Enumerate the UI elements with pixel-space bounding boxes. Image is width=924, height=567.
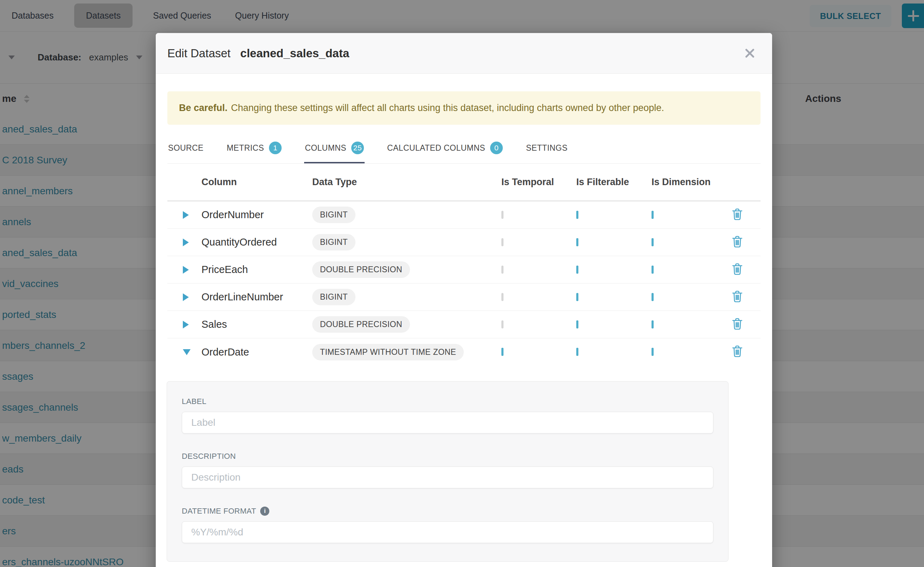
data-type-pill: BIGINT (312, 234, 355, 250)
modal-body: Be careful. Changing these settings will… (156, 92, 772, 562)
tab-label: SETTINGS (526, 143, 567, 153)
expand-caret-icon[interactable] (183, 266, 189, 274)
columns-table-rows: OrderNumber BIGINT QuantityOrdered BIGIN… (167, 201, 760, 366)
column-row: QuantityOrdered BIGINT (167, 229, 760, 256)
trash-icon (731, 344, 743, 358)
column-name: PriceEach (202, 264, 312, 275)
expand-caret-icon[interactable] (183, 349, 191, 355)
modal-header: Edit Dataset cleaned_sales_data (156, 33, 772, 74)
is-temporal-checkbox[interactable] (501, 211, 504, 219)
label-field-label: LABEL (182, 397, 713, 406)
is-temporal-checkbox[interactable] (501, 238, 504, 246)
is-dimension-checkbox[interactable] (652, 211, 654, 219)
is-dimension-checkbox[interactable] (652, 320, 654, 328)
delete-column-button[interactable] (731, 344, 743, 358)
column-row: Sales DOUBLE PRECISION (167, 311, 760, 338)
is-temporal-checkbox[interactable] (501, 320, 504, 328)
data-type-pill: TIMESTAMP WITHOUT TIME ZONE (312, 344, 464, 360)
delete-column-button[interactable] (731, 262, 743, 276)
edit-dataset-modal: Edit Dataset cleaned_sales_data Be caref… (156, 33, 772, 567)
is-filterable-checkbox[interactable] (576, 293, 578, 301)
column-name: QuantityOrdered (202, 236, 312, 248)
trash-icon (731, 290, 743, 303)
trash-icon (731, 262, 743, 276)
delete-column-button[interactable] (731, 317, 743, 331)
is-dimension-checkbox[interactable] (652, 293, 654, 301)
modal-title-prefix: Edit Dataset (167, 47, 231, 60)
columns-table-header: Column Data Type Is Temporal Is Filterab… (167, 164, 760, 201)
data-type-pill: DOUBLE PRECISION (312, 261, 410, 278)
is-filterable-checkbox[interactable] (576, 348, 578, 356)
data-type-pill: BIGINT (312, 207, 355, 223)
trash-icon (731, 317, 743, 331)
data-type-pill: DOUBLE PRECISION (312, 316, 410, 333)
warning-banner: Be careful. Changing these settings will… (167, 92, 760, 125)
label-input[interactable] (182, 412, 713, 434)
label-field: LABEL (182, 397, 713, 434)
column-row: OrderNumber BIGINT (167, 201, 760, 229)
tab-settings[interactable]: SETTINGS (525, 136, 568, 164)
column-name: OrderDate (202, 346, 312, 358)
metrics-count-badge: 1 (269, 142, 281, 154)
description-field: DESCRIPTION (182, 452, 713, 488)
warning-text: Changing these settings will affect all … (231, 103, 664, 114)
expand-caret-icon[interactable] (183, 238, 189, 246)
column-row: PriceEach DOUBLE PRECISION (167, 256, 760, 284)
data-type-pill: BIGINT (312, 289, 355, 305)
description-field-label-text: DESCRIPTION (182, 452, 236, 461)
column-name: OrderNumber (202, 209, 312, 220)
is-temporal-header: Is Temporal (501, 177, 576, 188)
tab-label: CALCULATED COLUMNS (387, 143, 485, 153)
modal-title: Edit Dataset cleaned_sales_data (167, 47, 349, 60)
tab-label: METRICS (227, 143, 264, 153)
tab-metrics[interactable]: METRICS 1 (226, 136, 282, 164)
screen: Databases Datasets Saved Queries Query H… (0, 0, 924, 567)
description-field-label: DESCRIPTION (182, 452, 713, 461)
calculated-columns-count-badge: 0 (490, 142, 503, 154)
is-filterable-checkbox[interactable] (576, 266, 578, 274)
tab-source[interactable]: SOURCE (167, 136, 204, 164)
column-detail-panel: LABEL DESCRIPTION DATETIME FORMAT (167, 381, 728, 562)
is-temporal-checkbox[interactable] (501, 293, 504, 301)
datetime-format-field: DATETIME FORMAT (182, 507, 713, 543)
is-filterable-checkbox[interactable] (576, 211, 578, 219)
info-icon[interactable] (260, 507, 269, 516)
description-input[interactable] (182, 466, 713, 488)
tab-label: SOURCE (168, 143, 203, 153)
column-name: OrderLineNumber (202, 291, 312, 303)
is-dimension-checkbox[interactable] (652, 348, 654, 356)
expand-caret-icon[interactable] (183, 211, 189, 219)
is-dimension-checkbox[interactable] (652, 266, 654, 274)
tab-columns[interactable]: COLUMNS 25 (304, 136, 364, 164)
delete-column-button[interactable] (731, 235, 743, 249)
column-header: Column (202, 177, 312, 188)
close-button[interactable] (742, 45, 758, 62)
expand-caret-icon[interactable] (183, 321, 189, 328)
warning-emphasis: Be careful. (179, 103, 227, 114)
expand-caret-icon[interactable] (183, 293, 189, 301)
columns-count-badge: 25 (351, 142, 364, 154)
modal-tabs: SOURCE METRICS 1 COLUMNS 25 CALCULATED C… (167, 132, 760, 164)
column-name: Sales (202, 319, 312, 330)
datetime-format-input[interactable] (182, 521, 713, 543)
tab-calculated-columns[interactable]: CALCULATED COLUMNS 0 (387, 136, 504, 164)
is-filterable-header: Is Filterable (576, 177, 652, 188)
datetime-format-label-text: DATETIME FORMAT (182, 507, 256, 516)
datetime-format-field-label: DATETIME FORMAT (182, 507, 713, 516)
is-temporal-checkbox[interactable] (501, 348, 504, 356)
column-row: OrderLineNumber BIGINT (167, 284, 760, 311)
column-row: OrderDate TIMESTAMP WITHOUT TIME ZONE (167, 338, 760, 366)
delete-column-button[interactable] (731, 290, 743, 303)
modal-dataset-name: cleaned_sales_data (240, 47, 349, 60)
is-dimension-header: Is Dimension (652, 177, 727, 188)
delete-column-button[interactable] (731, 207, 743, 221)
is-temporal-checkbox[interactable] (501, 266, 504, 274)
is-filterable-checkbox[interactable] (576, 238, 578, 246)
data-type-header: Data Type (312, 177, 501, 188)
tab-label: COLUMNS (305, 143, 346, 153)
is-filterable-checkbox[interactable] (576, 320, 578, 328)
is-dimension-checkbox[interactable] (652, 238, 654, 246)
label-field-label-text: LABEL (182, 397, 206, 406)
trash-icon (731, 207, 743, 221)
trash-icon (731, 235, 743, 249)
